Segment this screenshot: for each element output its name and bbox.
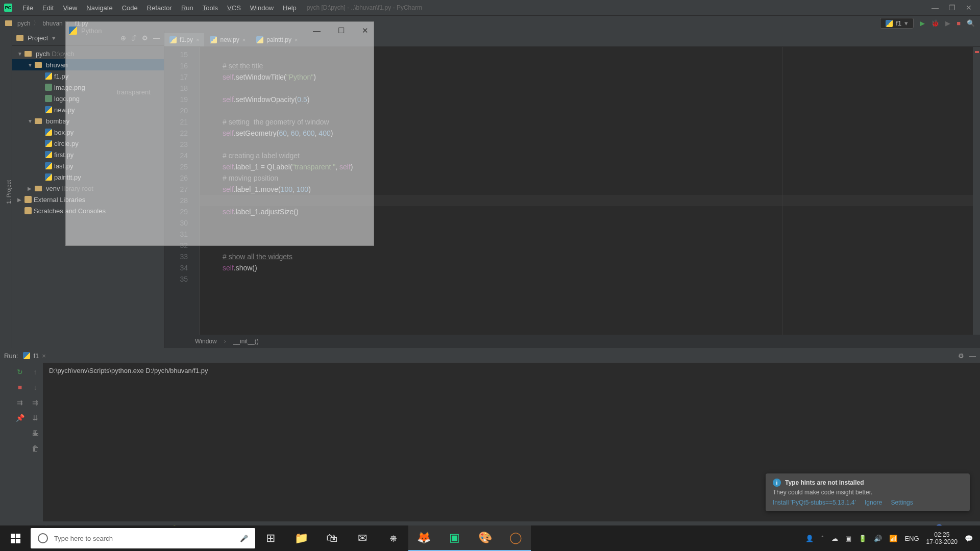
delete-button[interactable]: 🗑	[32, 444, 39, 453]
stop-run-button[interactable]: ■	[18, 383, 22, 391]
maximize-button[interactable]: ❐	[949, 4, 955, 12]
notification-title: Type hints are not installed	[785, 479, 864, 486]
notifications-icon[interactable]: 💬	[965, 535, 973, 542]
mic-icon[interactable]: 🎤	[240, 535, 248, 542]
taskbar-apps: ⊞ 📁 🛍 ✉ ⎈ 🦊 ▣ 🎨 ◯	[255, 525, 531, 551]
scroll-to-end-button[interactable]: 📌	[16, 414, 24, 422]
python-window-title: Python	[81, 27, 102, 35]
menu-file[interactable]: File	[18, 2, 37, 14]
pycharm-taskbar-button[interactable]: ▣	[439, 525, 470, 551]
pycharm-icon: PC	[4, 4, 12, 12]
folder-icon	[16, 35, 23, 41]
run-toolbar-secondary: ↑ ↓ ⇉ ⇊ 🖶 🗑	[28, 363, 43, 521]
info-icon: i	[773, 479, 781, 487]
minimize-button[interactable]: —	[932, 4, 939, 12]
menu-tools[interactable]: Tools	[199, 2, 222, 14]
overlay-close-button[interactable]: ✕	[362, 26, 369, 35]
run-hide-button[interactable]: —	[969, 352, 976, 360]
python-icon	[23, 352, 30, 359]
mail-button[interactable]: ✉	[347, 525, 378, 551]
cortana-icon	[38, 533, 48, 543]
file-explorer-button[interactable]: 📁	[286, 525, 316, 551]
left-tool-strip: 1: Project 7: Structure 2: Favorites	[0, 31, 12, 348]
windows-taskbar: Type here to search 🎤 ⊞ 📁 🛍 ✉ ⎈ 🦊 ▣ 🎨 ◯ …	[0, 525, 980, 551]
python-window-titlebar[interactable]: Python — ☐ ✕	[66, 22, 374, 39]
run-tool-window: Run: f1 × ⚙ — ↻ ■ ⇉ 📌 ↑ ↓ ⇉ ⇊ 🖶 🗑 D:\pyc…	[0, 348, 980, 521]
project-tool-tab[interactable]: 1: Project	[6, 180, 12, 204]
run-button[interactable]: ▶	[920, 19, 925, 27]
print-button[interactable]: 🖶	[32, 429, 39, 437]
menu-refactor[interactable]: Refactor	[143, 2, 176, 14]
python-icon	[69, 27, 77, 35]
layout-button[interactable]: ⇉	[32, 398, 38, 407]
menu-run[interactable]: Run	[177, 2, 198, 14]
battery-icon[interactable]: 🔋	[859, 535, 867, 542]
microsoft-store-button[interactable]: 🛍	[316, 525, 347, 551]
overlay-minimize-button[interactable]: —	[313, 26, 321, 35]
run-panel-label: Run:	[4, 352, 18, 360]
editor-breadcrumb[interactable]: Window › __init__()	[164, 335, 980, 348]
search-everywhere-button[interactable]: 🔍	[967, 19, 975, 27]
clock[interactable]: 02:2517-03-2020	[926, 531, 958, 545]
menu-window[interactable]: Window	[246, 2, 278, 14]
run-output[interactable]: D:\pych\venv\Scripts\python.exe D:/pych/…	[43, 363, 980, 521]
layout-button-2[interactable]: ⇊	[32, 414, 38, 422]
run-toolbar-primary: ↻ ■ ⇉ 📌	[12, 363, 28, 521]
toggle-soft-wrap-button[interactable]: ⇉	[17, 398, 23, 407]
menu-edit[interactable]: Edit	[38, 2, 58, 14]
people-icon[interactable]: 👤	[805, 535, 814, 542]
chevron-down-icon: ▾	[904, 19, 908, 27]
notification-ignore-link[interactable]: Ignore	[865, 499, 882, 506]
project-panel-title: Project	[28, 34, 48, 42]
up-button[interactable]: ↑	[34, 368, 37, 376]
transparent-label: transparent	[117, 88, 151, 96]
notification-settings-link[interactable]: Settings	[891, 499, 913, 506]
start-button[interactable]	[0, 525, 31, 551]
down-button[interactable]: ↓	[34, 383, 37, 391]
app-button-2[interactable]: ◯	[500, 525, 531, 551]
stop-button[interactable]: ■	[957, 19, 961, 27]
overlay-maximize-button[interactable]: ☐	[338, 26, 345, 35]
left-tool-strip-lower	[0, 363, 12, 521]
rerun-button[interactable]: ↻	[17, 368, 23, 376]
taskbar-search[interactable]: Type here to search 🎤	[31, 528, 255, 548]
wifi-icon[interactable]: 📶	[889, 535, 897, 542]
close-tab-icon[interactable]: ×	[42, 352, 46, 360]
menu-vcs[interactable]: VCS	[223, 2, 245, 14]
search-placeholder: Type here to search	[54, 535, 113, 542]
right-margin-line	[782, 47, 782, 335]
menu-help[interactable]: Help	[279, 2, 301, 14]
breadcrumb-class[interactable]: Window	[195, 338, 217, 345]
editor-scrollbar[interactable]	[973, 47, 980, 335]
security-icon[interactable]: ▣	[845, 535, 851, 542]
notification-actions: Install 'PyQt5-stubs==5.13.1.4' Ignore S…	[773, 499, 963, 506]
onedrive-icon[interactable]: ☁	[831, 535, 838, 542]
notification-popup: iType hints are not installed They could…	[766, 473, 970, 511]
debug-button[interactable]: 🐞	[931, 19, 939, 27]
tray-chevron-icon[interactable]: ˄	[821, 535, 824, 542]
run-settings-icon[interactable]: ⚙	[958, 352, 964, 360]
app-button-1[interactable]: ⎈	[378, 525, 408, 551]
python-app-window[interactable]: Python — ☐ ✕ transparent	[65, 21, 374, 246]
error-stripe-marker[interactable]	[975, 51, 979, 53]
paint-button[interactable]: 🎨	[470, 525, 500, 551]
window-title: pych [D:\pych] - ..\bhuvan\f1.py - PyCha…	[307, 4, 422, 11]
menu-view[interactable]: View	[59, 2, 81, 14]
window-controls: — ❐ ✕	[932, 4, 976, 12]
notification-body: They could make code insight better.	[773, 489, 963, 496]
firefox-button[interactable]: 🦊	[408, 525, 439, 551]
run-config-selector[interactable]: f1 ▾	[880, 18, 914, 29]
volume-icon[interactable]: 🔊	[874, 535, 882, 542]
menu-navigate[interactable]: Navigate	[82, 2, 116, 14]
run-config-name: f1	[33, 352, 39, 360]
python-icon	[886, 20, 893, 27]
language-indicator[interactable]: ENG	[904, 535, 919, 542]
run-with-coverage-button[interactable]: ▶	[945, 19, 950, 27]
task-view-button[interactable]: ⊞	[255, 525, 286, 551]
notification-install-link[interactable]: Install 'PyQt5-stubs==5.13.1.4'	[773, 499, 856, 506]
breadcrumb-method[interactable]: __init__()	[233, 338, 259, 345]
run-config-label: f1	[896, 19, 901, 27]
title-bar: PC FileEditViewNavigateCodeRefactorRunTo…	[0, 0, 980, 15]
close-button[interactable]: ✕	[966, 4, 972, 12]
menu-code[interactable]: Code	[118, 2, 142, 14]
